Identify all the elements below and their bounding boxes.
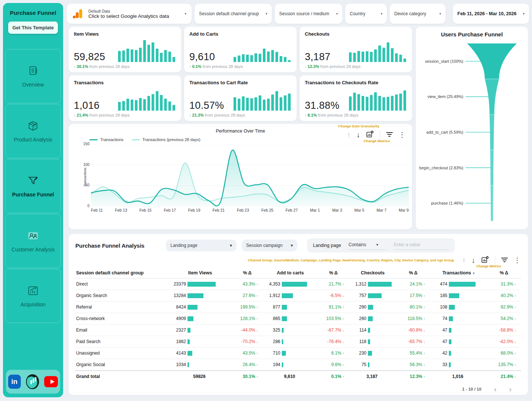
- get-template-button[interactable]: Get This Template: [8, 22, 58, 34]
- delta-down-icon: ↓: [424, 329, 425, 332]
- sidebar-item-product-analysis[interactable]: Product Analysis: [5, 104, 61, 158]
- delta-up-icon: ↑: [257, 363, 258, 367]
- value-bar: [449, 293, 459, 298]
- chevron-down-icon: ▼: [376, 243, 379, 247]
- chevron-down-icon: ▾: [336, 12, 338, 16]
- legend-swatch: [132, 139, 140, 140]
- column-header-transactions[interactable]: Transactions▾: [430, 270, 487, 276]
- scorecard-value: 31.88%: [305, 100, 339, 111]
- delta-cell: 9.6%↑: [317, 362, 349, 367]
- operator-select[interactable]: Contains▼: [347, 241, 387, 250]
- column-header-checkouts[interactable]: Checkouts: [349, 270, 396, 276]
- delta-cell: 12.3%↑: [396, 374, 430, 379]
- delta-cell: -58.8%↓: [487, 327, 521, 333]
- delta-cell: 56.3%↑: [396, 362, 430, 367]
- delta-up-icon: ↑: [515, 283, 516, 286]
- date-range-picker[interactable]: Feb 11, 2026 - Mar 10, 2026▾: [453, 4, 529, 24]
- dimension-filter-landing-page[interactable]: Landing page▾: [166, 239, 236, 251]
- delta-up-icon: ↑: [424, 363, 425, 367]
- filter-country[interactable]: Country▾: [345, 4, 387, 24]
- column-header-delta[interactable]: % Δ: [396, 270, 430, 276]
- sidebar-item-label: Acquisition: [20, 301, 46, 307]
- drill-down-icon[interactable]: ↓: [357, 131, 360, 138]
- legend-item-current: Transactions: [89, 137, 124, 142]
- prev-page-icon[interactable]: ‹: [494, 387, 497, 392]
- filter-icon[interactable]: [501, 257, 508, 264]
- document-icon: [27, 65, 39, 77]
- sidebar-item-label: Customer Analysis: [12, 247, 55, 252]
- funnel-step-label: purchase (1.46%): [431, 201, 463, 205]
- linkedin-icon[interactable]: in: [8, 375, 21, 389]
- delta-cell: 103.5%↑: [317, 316, 349, 321]
- brand-logo-icon[interactable]: [26, 374, 39, 389]
- scorecard-title: Add to Carts: [189, 31, 291, 37]
- next-page-icon[interactable]: ›: [509, 387, 512, 392]
- delta-up-icon: ↑: [515, 294, 516, 298]
- delta-up-icon: ↑: [189, 65, 191, 69]
- metric-cell: 185: [430, 293, 487, 298]
- filter-device-category[interactable]: Device category▾: [390, 4, 445, 24]
- metric-cell: 42: [430, 351, 487, 356]
- x-axis-tick: Feb 15: [140, 208, 152, 212]
- column-header-delta[interactable]: % Δ: [317, 270, 349, 276]
- value-bar: [187, 316, 193, 321]
- metric-cell: 75: [349, 362, 396, 367]
- table-row: Referral8424199.5%↑87791.1%↑29080.1%↑108…: [75, 301, 521, 313]
- delta-down-icon: ↓: [343, 340, 345, 344]
- sidebar-item-acquisition[interactable]: Acquisition: [5, 269, 61, 323]
- sidebar-item-customer-analysis[interactable]: Customer Analysis: [5, 214, 61, 268]
- filter-icon[interactable]: [386, 131, 393, 138]
- drill-down-icon[interactable]: ↓: [472, 257, 476, 264]
- scorecard-delta: ↑ 30.1% from previous 28 days: [74, 64, 176, 69]
- delta-up-icon: ↑: [424, 317, 425, 321]
- value-bar: [187, 328, 190, 333]
- value-bar: [187, 293, 203, 298]
- x-axis-tick: Feb 27: [285, 208, 298, 212]
- delta-cell: 24.1%↑: [396, 281, 430, 287]
- column-header-channel[interactable]: Session default channel group: [75, 270, 169, 276]
- change-metrics-icon[interactable]: [366, 130, 374, 139]
- column-header-delta[interactable]: % Δ: [487, 270, 521, 276]
- scorecard-add-to-carts: Add to Carts 9,610 ↑ 0.1% from previous …: [184, 27, 297, 72]
- dimension-filter-session-campaign[interactable]: Session campaign▾: [242, 239, 297, 251]
- metric-cell: 325: [263, 327, 317, 333]
- youtube-icon[interactable]: [44, 376, 58, 387]
- scorecard-value: 3,187: [305, 51, 330, 63]
- column-header-add-to-carts[interactable]: Add to carts: [263, 270, 317, 276]
- sidebar-item-overview[interactable]: Overview: [5, 49, 61, 103]
- x-axis-tick: Feb 17: [164, 208, 176, 212]
- value-bar: [282, 305, 287, 310]
- delta-cell: -65.7%↓: [396, 339, 430, 344]
- funnel-title: Users Purchase Funnel: [420, 31, 524, 38]
- filter-channel-group[interactable]: Session default channel group▾: [195, 4, 272, 24]
- y-axis-tick: 100: [83, 163, 89, 167]
- metric-cell: 9,610: [263, 374, 317, 379]
- value-bar: [368, 351, 372, 356]
- filter-source-medium[interactable]: Session source / medium▾: [275, 4, 342, 24]
- scorecard-item-views: Item Views 59,825 ↑ 30.1% from previous …: [69, 27, 181, 72]
- sparkline-bar-chart: [233, 88, 291, 111]
- delta-cell: -67.7%↓: [317, 327, 349, 333]
- funnel-step-label: view_item (25.49%): [427, 94, 463, 99]
- sidebar-item-purchase-funnel[interactable]: Purchase Funnel: [5, 159, 61, 213]
- x-axis-tick: Mar 9: [399, 208, 409, 212]
- value-bar: [282, 316, 287, 321]
- column-header-item-views[interactable]: Item Views: [169, 270, 231, 276]
- delta-cell: 0.1%↑: [317, 374, 349, 379]
- y-axis-ticks: 150100500: [81, 142, 89, 208]
- more-options-icon[interactable]: ⋮: [399, 131, 405, 138]
- delta-cell: 21.7%↑: [317, 281, 349, 287]
- metric-cell: 59826: [169, 374, 231, 379]
- metric-cell: 1862: [169, 339, 231, 344]
- sidebar-item-label: Purchase Funnel: [12, 192, 54, 198]
- delta-up-icon: ↑: [343, 283, 345, 286]
- value-bar: [282, 362, 283, 367]
- change-metrics-icon[interactable]: [481, 256, 489, 265]
- delta-down-icon: ↓: [515, 340, 516, 344]
- more-options-icon[interactable]: ⋮: [514, 257, 520, 264]
- data-source-selector[interactable]: Default Data Click to select Google Anal…: [67, 4, 192, 24]
- drill-up-icon[interactable]: ↑: [462, 257, 466, 264]
- filter-value-input[interactable]: [393, 241, 449, 250]
- column-header-delta[interactable]: % Δ: [231, 270, 263, 276]
- drill-up-icon[interactable]: ↑: [347, 131, 351, 138]
